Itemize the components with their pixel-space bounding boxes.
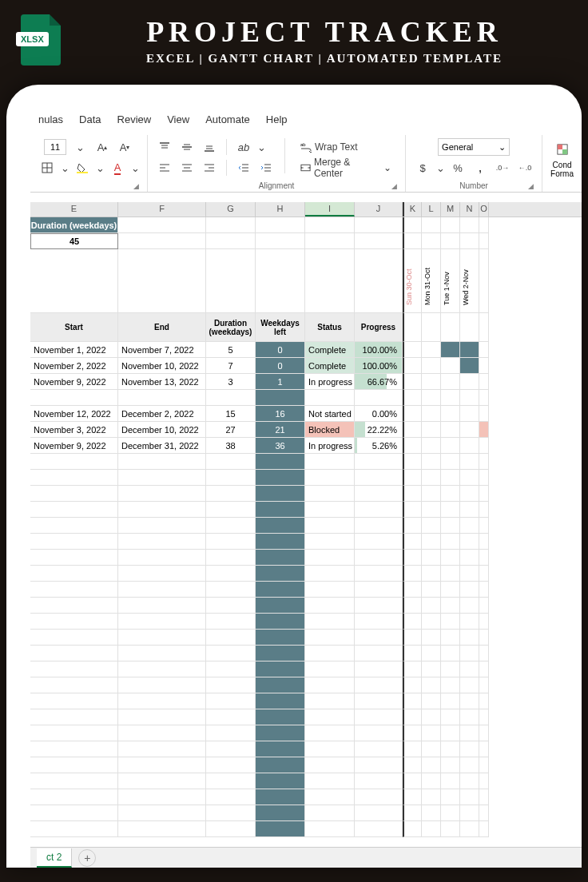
cell[interactable] [30, 598, 118, 614]
chevron-down-icon[interactable]: ⌄ [257, 138, 265, 156]
cell[interactable] [256, 693, 305, 709]
cell[interactable] [256, 534, 305, 550]
cell[interactable]: November 12, 2022 [30, 406, 118, 422]
cell[interactable] [256, 741, 305, 757]
cell[interactable] [30, 741, 118, 757]
cell[interactable] [305, 662, 355, 677]
cell[interactable]: 0.00% [355, 406, 403, 422]
cell[interactable] [206, 630, 256, 646]
dialog-launcher-icon[interactable]: ◢ [391, 182, 397, 190]
cell[interactable] [30, 582, 118, 598]
comma-icon[interactable]: , [471, 159, 489, 177]
cell[interactable] [479, 313, 489, 342]
cell[interactable] [460, 566, 479, 582]
cell[interactable] [118, 566, 206, 582]
cell[interactable] [206, 470, 256, 486]
cell[interactable] [355, 518, 403, 534]
cell[interactable] [460, 233, 479, 249]
cell[interactable] [305, 454, 355, 470]
cell[interactable] [441, 582, 460, 598]
cell[interactable] [460, 582, 479, 598]
table-header[interactable]: Progress [355, 313, 403, 342]
cell[interactable] [422, 470, 441, 486]
cell[interactable] [441, 438, 460, 454]
chevron-down-icon[interactable]: ⌄ [131, 159, 139, 177]
cell[interactable] [256, 470, 305, 486]
cell[interactable] [118, 470, 206, 486]
cell[interactable] [118, 598, 206, 614]
cell[interactable] [460, 662, 479, 677]
cell[interactable] [403, 646, 422, 662]
cell[interactable] [256, 805, 305, 821]
cell[interactable] [441, 454, 460, 470]
align-middle-icon[interactable] [178, 138, 196, 156]
cell[interactable] [479, 677, 489, 693]
cell[interactable] [460, 486, 479, 502]
cell[interactable] [30, 773, 118, 789]
cell[interactable] [403, 789, 422, 805]
cell[interactable]: 27 [206, 422, 256, 438]
col-header[interactable]: F [118, 202, 206, 217]
cell[interactable] [355, 582, 403, 598]
cell[interactable] [403, 438, 422, 454]
cell[interactable] [305, 566, 355, 582]
cell[interactable] [305, 470, 355, 486]
cell[interactable]: 66.67% [355, 374, 403, 390]
cell[interactable] [355, 662, 403, 677]
cell[interactable] [422, 582, 441, 598]
cell[interactable]: November 13, 2022 [118, 374, 206, 390]
cell[interactable]: 36 [256, 438, 305, 454]
cell[interactable] [206, 249, 256, 313]
cell[interactable] [460, 693, 479, 709]
cell[interactable] [479, 662, 489, 677]
cell[interactable] [355, 217, 403, 233]
cell[interactable] [422, 741, 441, 757]
cell[interactable] [118, 502, 206, 518]
cell[interactable] [118, 534, 206, 550]
cell[interactable] [256, 757, 305, 773]
align-bottom-icon[interactable] [201, 138, 218, 156]
cell[interactable] [403, 406, 422, 422]
cell[interactable] [422, 454, 441, 470]
cell[interactable] [305, 502, 355, 518]
cell[interactable]: December 31, 2022 [118, 438, 206, 454]
cell[interactable] [460, 358, 479, 374]
increase-font-icon[interactable]: A▴ [93, 138, 111, 156]
cell[interactable] [403, 342, 422, 358]
cell[interactable] [305, 598, 355, 614]
cell[interactable]: 5.26% [355, 438, 403, 454]
cell[interactable] [479, 741, 489, 757]
cell[interactable] [206, 598, 256, 614]
cell[interactable] [403, 805, 422, 821]
cell[interactable]: 3 [206, 374, 256, 390]
cell[interactable] [479, 406, 489, 422]
table-header[interactable]: Weekdays left [256, 313, 305, 342]
cell[interactable] [355, 741, 403, 757]
cell[interactable] [479, 342, 489, 358]
cell[interactable] [441, 693, 460, 709]
cell[interactable] [355, 709, 403, 725]
cell[interactable] [118, 614, 206, 630]
cell[interactable]: Complete [305, 358, 355, 374]
cell[interactable] [206, 582, 256, 598]
cell[interactable] [355, 614, 403, 630]
menu-automate[interactable]: Automate [205, 113, 250, 125]
decrease-font-icon[interactable]: A▾ [116, 138, 133, 156]
cell[interactable] [118, 677, 206, 693]
col-header[interactable]: K [403, 202, 422, 217]
cell[interactable] [422, 566, 441, 582]
cell[interactable] [256, 821, 305, 837]
cell[interactable] [118, 805, 206, 821]
cell[interactable] [422, 550, 441, 566]
cell[interactable]: 0 [256, 342, 305, 358]
col-header[interactable]: H [256, 202, 305, 217]
cell[interactable] [305, 630, 355, 646]
cell[interactable] [460, 821, 479, 837]
cell[interactable] [403, 502, 422, 518]
col-header[interactable]: E [30, 202, 118, 217]
cell[interactable] [422, 313, 441, 342]
cell[interactable] [422, 677, 441, 693]
cell[interactable] [355, 725, 403, 741]
cell[interactable] [479, 374, 489, 390]
cell[interactable] [422, 821, 441, 837]
